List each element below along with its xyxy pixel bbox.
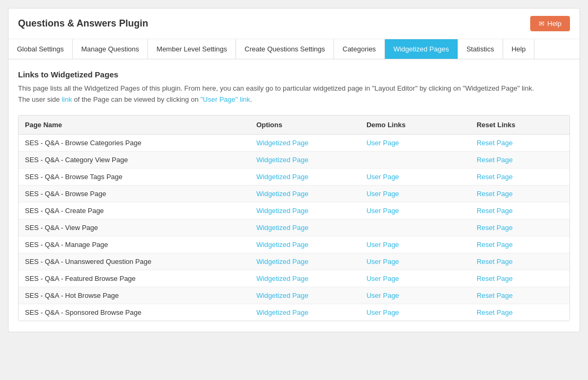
user-page-link[interactable]: User Page xyxy=(366,139,399,147)
cell-demo-links: User Page xyxy=(360,202,470,219)
cell-page-name: SES - Q&A - Browse Page xyxy=(19,185,250,202)
widgetized-page-link[interactable]: Widgetized Page xyxy=(256,308,308,316)
table-row: SES - Q&A - Browse PageWidgetized PageUs… xyxy=(19,185,569,202)
widgetized-pages-table-wrapper: Page Name Options Demo Links Reset Links… xyxy=(18,115,570,321)
cell-page-name: SES - Q&A - Unanswered Question Page xyxy=(19,253,250,270)
cell-page-name: SES - Q&A - Category View Page xyxy=(19,151,250,168)
cell-options: Widgetized Page xyxy=(250,185,360,202)
help-icon: ✉ xyxy=(539,20,545,28)
cell-reset-links: Reset Page xyxy=(470,151,569,168)
reset-page-link[interactable]: Reset Page xyxy=(477,308,513,316)
reset-page-link[interactable]: Reset Page xyxy=(477,190,513,198)
tab-global-settings[interactable]: Global Settings xyxy=(8,39,73,59)
cell-reset-links: Reset Page xyxy=(470,219,569,236)
widgetized-page-link[interactable]: Widgetized Page xyxy=(256,275,308,282)
cell-reset-links: Reset Page xyxy=(470,253,569,270)
cell-options: Widgetized Page xyxy=(250,202,360,219)
table-header-row: Page Name Options Demo Links Reset Links xyxy=(19,116,569,135)
col-header-options: Options xyxy=(250,116,360,135)
tab-create-questions-settings[interactable]: Create Questions Settings xyxy=(236,39,334,59)
reset-page-link[interactable]: Reset Page xyxy=(477,224,513,232)
cell-options: Widgetized Page xyxy=(250,270,360,287)
reset-page-link[interactable]: Reset Page xyxy=(477,207,513,215)
cell-reset-links: Reset Page xyxy=(470,168,569,185)
user-page-link[interactable]: User Page xyxy=(366,308,399,316)
table-row: SES - Q&A - Unanswered Question PageWidg… xyxy=(19,253,569,270)
cell-demo-links: User Page xyxy=(360,253,470,270)
table-row: SES - Q&A - Category View PageWidgetized… xyxy=(19,151,569,168)
cell-reset-links: Reset Page xyxy=(470,287,569,304)
cell-reset-links: Reset Page xyxy=(470,304,569,321)
widgetized-page-link[interactable]: Widgetized Page xyxy=(256,156,308,164)
tab-help[interactable]: Help xyxy=(503,39,535,59)
main-container: Questions & Answers Plugin ✉ Help Global… xyxy=(8,8,580,332)
widgetized-page-link[interactable]: Widgetized Page xyxy=(256,241,308,249)
table-row: SES - Q&A - Manage PageWidgetized PageUs… xyxy=(19,236,569,253)
reset-page-link[interactable]: Reset Page xyxy=(477,275,513,282)
page-header: Questions & Answers Plugin ✉ Help xyxy=(8,8,580,39)
cell-page-name: SES - Q&A - Hot Browse Page xyxy=(19,287,250,304)
col-header-reset-links: Reset Links xyxy=(470,116,569,135)
cell-options: Widgetized Page xyxy=(250,168,360,185)
cell-reset-links: Reset Page xyxy=(470,185,569,202)
cell-options: Widgetized Page xyxy=(250,287,360,304)
cell-reset-links: Reset Page xyxy=(470,236,569,253)
cell-options: Widgetized Page xyxy=(250,134,360,151)
tab-member-level-settings[interactable]: Member Level Settings xyxy=(148,39,236,59)
description-line2: The user side link of the Page can be vi… xyxy=(18,95,252,103)
user-page-link-desc[interactable]: link xyxy=(62,95,72,103)
col-header-page-name: Page Name xyxy=(19,116,250,135)
cell-demo-links xyxy=(360,219,470,236)
widgetized-page-link[interactable]: Widgetized Page xyxy=(256,139,308,147)
section-title: Links to Widgetized Pages xyxy=(18,70,570,79)
table-row: SES - Q&A - View PageWidgetized PageRese… xyxy=(19,219,569,236)
cell-demo-links xyxy=(360,151,470,168)
cell-demo-links: User Page xyxy=(360,185,470,202)
cell-options: Widgetized Page xyxy=(250,236,360,253)
cell-options: Widgetized Page xyxy=(250,219,360,236)
widgetized-pages-table: Page Name Options Demo Links Reset Links… xyxy=(19,116,569,321)
table-row: SES - Q&A - Hot Browse PageWidgetized Pa… xyxy=(19,287,569,304)
widgetized-page-link[interactable]: Widgetized Page xyxy=(256,258,308,266)
cell-options: Widgetized Page xyxy=(250,304,360,321)
user-page-link[interactable]: User Page xyxy=(366,258,399,266)
cell-reset-links: Reset Page xyxy=(470,270,569,287)
reset-page-link[interactable]: Reset Page xyxy=(477,156,513,164)
user-page-link[interactable]: User Page xyxy=(366,241,399,249)
user-page-link[interactable]: User Page xyxy=(366,275,399,282)
user-page-link[interactable]: User Page xyxy=(366,173,399,181)
user-page-link[interactable]: User Page xyxy=(366,207,399,215)
cell-page-name: SES - Q&A - View Page xyxy=(19,219,250,236)
cell-page-name: SES - Q&A - Browse Tags Page xyxy=(19,168,250,185)
cell-options: Widgetized Page xyxy=(250,253,360,270)
cell-demo-links: User Page xyxy=(360,236,470,253)
cell-reset-links: Reset Page xyxy=(470,202,569,219)
widgetized-page-link[interactable]: Widgetized Page xyxy=(256,190,308,198)
cell-options: Widgetized Page xyxy=(250,151,360,168)
cell-page-name: SES - Q&A - Sponsored Browse Page xyxy=(19,304,250,321)
cell-page-name: SES - Q&A - Browse Categories Page xyxy=(19,134,250,151)
reset-page-link[interactable]: Reset Page xyxy=(477,241,513,249)
user-page-link[interactable]: User Page xyxy=(366,291,399,299)
widgetized-page-link[interactable]: Widgetized Page xyxy=(256,291,308,299)
widgetized-page-link[interactable]: Widgetized Page xyxy=(256,207,308,215)
table-row: SES - Q&A - Featured Browse PageWidgetiz… xyxy=(19,270,569,287)
tab-categories[interactable]: Categories xyxy=(334,39,385,59)
reset-page-link[interactable]: Reset Page xyxy=(477,173,513,181)
cell-demo-links: User Page xyxy=(360,134,470,151)
tab-statistics[interactable]: Statistics xyxy=(458,39,503,59)
description-line1: This page lists all the Widgetized Pages… xyxy=(18,84,534,92)
reset-page-link[interactable]: Reset Page xyxy=(477,291,513,299)
description: This page lists all the Widgetized Pages… xyxy=(18,83,570,105)
reset-page-link[interactable]: Reset Page xyxy=(477,139,513,147)
reset-page-link[interactable]: Reset Page xyxy=(477,258,513,266)
tab-manage-questions[interactable]: Manage Questions xyxy=(73,39,148,59)
widgetized-page-link[interactable]: Widgetized Page xyxy=(256,224,308,232)
help-button[interactable]: ✉ Help xyxy=(530,16,570,31)
cell-demo-links: User Page xyxy=(360,270,470,287)
tab-widgetized-pages[interactable]: Widgetized Pages xyxy=(385,39,458,59)
widgetized-page-link[interactable]: Widgetized Page xyxy=(256,173,308,181)
user-page-link[interactable]: User Page xyxy=(366,190,399,198)
user-page-link-text[interactable]: "User Page" link xyxy=(200,95,250,103)
table-row: SES - Q&A - Browse Tags PageWidgetized P… xyxy=(19,168,569,185)
